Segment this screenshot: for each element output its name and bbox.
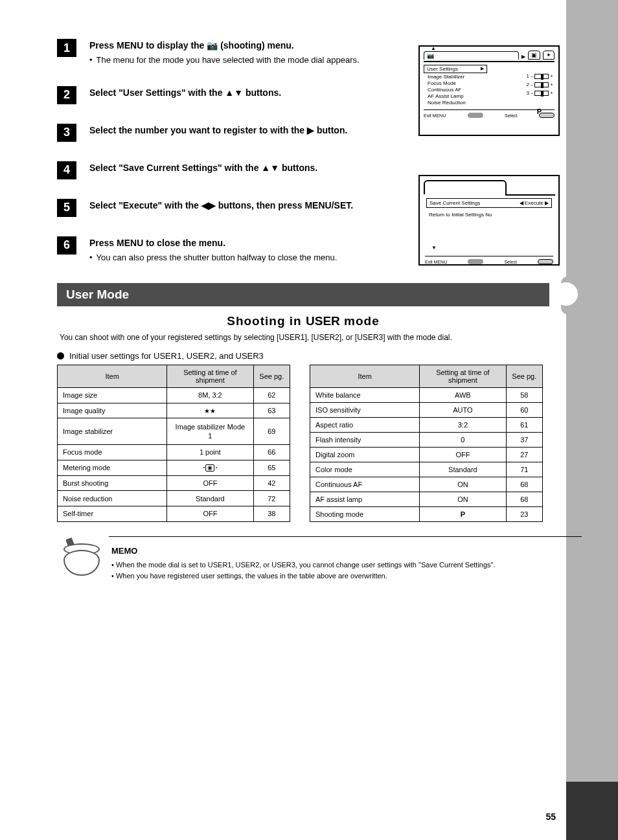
- table-row: White balanceAWB58: [310, 387, 543, 402]
- cell-page: 68: [506, 492, 542, 506]
- table-row: ISO sensitivityAUTO60: [310, 402, 543, 417]
- cell-page: 71: [506, 462, 542, 477]
- cell-page: 38: [253, 506, 290, 522]
- cell-page: 69: [253, 418, 290, 445]
- cell-item: Continuous AF: [310, 477, 420, 492]
- step-number: 1: [57, 39, 76, 57]
- step-main-text: Press MENU to display the 📷 (shooting) m…: [89, 39, 549, 52]
- bullet-dot-icon: [89, 54, 93, 67]
- step-number: 3: [57, 124, 76, 142]
- table-row: Self-timerOFF38: [58, 506, 290, 522]
- cell-setting: AWB: [420, 387, 506, 402]
- section-corner-tab: [566, 782, 618, 840]
- memo-line: When you have registered user settings, …: [111, 571, 496, 582]
- mode-p-icon: P: [461, 510, 465, 518]
- step-2: 2 Select "User Settings" with the button…: [57, 86, 549, 104]
- cell-setting: OFF: [167, 506, 253, 522]
- cell-page: 23: [506, 506, 542, 521]
- cell-item: Aspect ratio: [310, 417, 420, 432]
- triangle-up-icon: [225, 87, 234, 98]
- cell-item: Burst shooting: [58, 475, 167, 491]
- cell-page: 27: [506, 447, 542, 462]
- step-6: 6 Press MENU to close the menu. You can …: [57, 236, 549, 264]
- cell-item: Metering mode: [58, 460, 167, 475]
- cell-item: Image size: [58, 387, 167, 403]
- table-row: Burst shootingOFF42: [58, 475, 290, 491]
- table-row: Image stabilizerImage stabilizer Mode 16…: [58, 418, 290, 445]
- section-description: You can shoot with one of your registere…: [57, 332, 549, 351]
- table-header: Setting at time of shipment: [420, 365, 506, 387]
- triangle-left-icon: [201, 200, 209, 210]
- table-row: Image size8M, 3:262: [58, 387, 290, 403]
- step-3: 3 Select the number you want to register…: [57, 124, 549, 142]
- step-sub-text: You can also press the shutter button ha…: [97, 251, 338, 264]
- table-header: Item: [58, 365, 167, 387]
- memo-line: When the mode dial is set to USER1, USER…: [111, 560, 496, 571]
- cell-page: 61: [506, 417, 542, 432]
- table-row: Digital zoomOFF27: [310, 447, 543, 462]
- cell-item: AF assist lamp: [310, 492, 420, 506]
- triangle-down-icon: [234, 87, 243, 98]
- camera-icon: 📷: [207, 40, 218, 51]
- bullet-dot-icon: [89, 251, 93, 264]
- cell-page: 65: [253, 460, 290, 475]
- cell-page: 62: [253, 387, 290, 403]
- cell-setting: 0: [420, 432, 506, 447]
- table-row: AF assist lampON68: [310, 492, 543, 506]
- step-4: 4 Select "Save Current Settings" with th…: [57, 161, 549, 179]
- table-header: Setting at time of shipment: [167, 365, 253, 387]
- cell-setting: P: [420, 506, 506, 521]
- cell-page: 42: [253, 475, 290, 491]
- table-row: Focus mode1 point66: [58, 445, 290, 460]
- step-main-text: Select the number you want to register t…: [89, 124, 549, 137]
- cell-item: Digital zoom: [310, 447, 420, 462]
- cell-page: 37: [506, 432, 542, 447]
- step-main-text: Select "Save Current Settings" with the …: [89, 161, 549, 175]
- cell-setting: 1 point: [167, 445, 253, 460]
- cell-setting: ON: [420, 477, 506, 492]
- memo-bowl-icon: [61, 541, 102, 580]
- cell-item: Color mode: [310, 462, 420, 477]
- cell-item: White balance: [310, 387, 420, 402]
- cell-item: Flash intensity: [310, 432, 420, 447]
- page-number: 55: [545, 812, 556, 822]
- cell-page: 63: [253, 403, 290, 418]
- table-header: See pg.: [506, 365, 542, 387]
- step-number: 5: [57, 199, 76, 217]
- cell-item: Focus mode: [58, 445, 167, 460]
- memo-block: MEMO When the mode dial is set to USER1,…: [109, 536, 582, 582]
- step-main-text: Press MENU to close the menu.: [89, 236, 549, 250]
- step-1: 1 Press MENU to display the 📷 (shooting)…: [57, 39, 549, 67]
- settings-table-right: Item Setting at time of shipment See pg.…: [310, 365, 543, 522]
- step-main-text: Select "User Settings" with the buttons.: [89, 86, 549, 100]
- bullet-dot-icon: [57, 352, 64, 359]
- cell-item: Noise reduction: [58, 491, 167, 506]
- triangle-down-icon: [270, 163, 279, 173]
- cell-page: 60: [506, 402, 542, 417]
- triangle-right-icon: [209, 200, 216, 210]
- cell-item: Image quality: [58, 403, 167, 418]
- cell-setting: AUTO: [420, 402, 506, 417]
- settings-table-left: Item Setting at time of shipment See pg.…: [57, 365, 290, 522]
- table-header: Item: [310, 365, 420, 387]
- step-number: 2: [57, 86, 76, 104]
- table-row: Noise reductionStandard72: [58, 491, 290, 506]
- table-row: Continuous AFON68: [310, 477, 543, 492]
- cell-item: Self-timer: [58, 506, 167, 522]
- cell-page: 66: [253, 445, 290, 460]
- cell-item: Shooting mode: [310, 506, 420, 521]
- step-number: 6: [57, 236, 76, 255]
- cell-setting: [167, 460, 253, 475]
- table-row: Color modeStandard71: [310, 462, 543, 477]
- cell-setting: 8M, 3:2: [167, 387, 253, 403]
- metering-multiple-icon: [203, 464, 217, 471]
- cell-setting: [167, 403, 253, 418]
- cell-setting: Standard: [167, 491, 253, 506]
- section-subheading: Shooting in USER mode: [57, 314, 549, 328]
- cell-setting: OFF: [167, 475, 253, 491]
- cell-page: 68: [506, 477, 542, 492]
- cell-item: Image stabilizer: [58, 418, 167, 445]
- cell-setting: Image stabilizer Mode 1: [167, 418, 253, 445]
- cell-setting: 3:2: [420, 417, 506, 432]
- step-5: 5 Select "Execute" with the buttons, the…: [57, 199, 549, 217]
